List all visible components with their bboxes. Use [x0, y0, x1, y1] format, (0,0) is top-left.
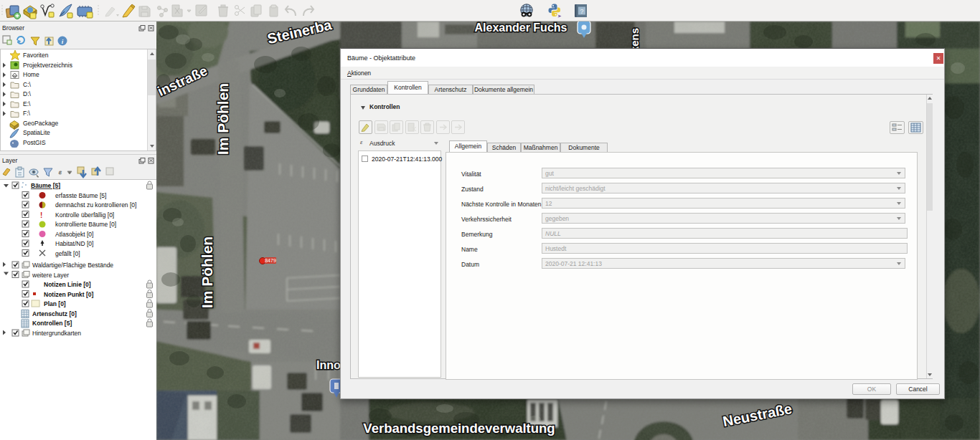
- svg-text:Notizen Punkt [0]: Notizen Punkt [0]: [44, 291, 94, 298]
- svg-text:GeoPackage: GeoPackage: [23, 120, 58, 127]
- svg-text:Notizen Linie [0]: Notizen Linie [0]: [44, 281, 91, 288]
- svg-text:Alexander Fuchs: Alexander Fuchs: [475, 21, 567, 34]
- svg-text:Verbandsgemeindeverwaltung: Verbandsgemeindeverwaltung: [363, 421, 555, 436]
- svg-text:ε: ε: [59, 168, 62, 176]
- svg-text:demnächst zu kontrollieren [0]: demnächst zu kontrollieren [0]: [55, 201, 136, 209]
- svg-text:SpatiaLite: SpatiaLite: [23, 129, 50, 136]
- svg-text:C:\: C:\: [23, 81, 32, 88]
- svg-text:F:\: F:\: [23, 110, 31, 117]
- svg-text:kontrollierte Bäume [0]: kontrollierte Bäume [0]: [55, 221, 116, 228]
- svg-text:Waldartige/Flächige Bestände: Waldartige/Flächige Bestände: [32, 262, 113, 269]
- svg-text:Hintergrundkarten: Hintergrundkarten: [32, 330, 81, 337]
- svg-text:Kontrollen [5]: Kontrollen [5]: [32, 320, 72, 327]
- svg-text:Habitat/ND [0]: Habitat/ND [0]: [55, 240, 93, 247]
- svg-text:weitere Layer: weitere Layer: [32, 272, 69, 279]
- svg-text:Im Pöhlen: Im Pöhlen: [199, 236, 215, 308]
- svg-text:Im Pöhlen: Im Pöhlen: [215, 83, 231, 155]
- svg-text:?: ?: [580, 8, 583, 15]
- svg-text:Artenschutz [0]: Artenschutz [0]: [32, 310, 77, 317]
- svg-text:!: !: [40, 211, 42, 219]
- svg-text:gefällt [0]: gefällt [0]: [55, 250, 80, 257]
- svg-text:Plan [0]: Plan [0]: [44, 300, 66, 307]
- svg-text:D:\: D:\: [23, 90, 32, 97]
- svg-text:erfasste Bäume [5]: erfasste Bäume [5]: [55, 192, 106, 199]
- svg-text:Kontrolle überfällig [0]: Kontrolle überfällig [0]: [55, 211, 114, 219]
- svg-text:Inno: Inno: [316, 359, 341, 371]
- svg-text:E:\: E:\: [23, 100, 31, 107]
- svg-text:Atlasobjekt [0]: Atlasobjekt [0]: [55, 231, 93, 238]
- svg-text:Home: Home: [23, 71, 39, 78]
- svg-text:Favoriten: Favoriten: [23, 52, 49, 59]
- svg-text:8479: 8479: [265, 258, 276, 263]
- svg-text:Projektverzeichnis: Projektverzeichnis: [23, 62, 72, 69]
- svg-text:PostGIS: PostGIS: [23, 139, 46, 146]
- svg-text:Bäume [5]: Bäume [5]: [31, 182, 60, 189]
